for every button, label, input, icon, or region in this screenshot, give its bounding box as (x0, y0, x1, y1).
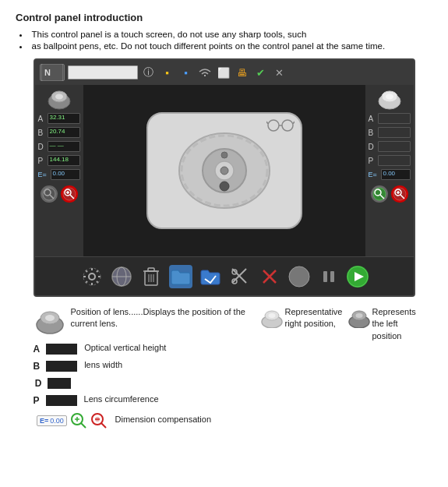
save-icon[interactable]: ▪ (178, 65, 194, 80)
svg-point-23 (220, 182, 229, 191)
intro-bullets: This control panel is a touch screen, do… (16, 30, 432, 51)
svg-line-72 (101, 423, 106, 428)
main-area: A 32.31 B 20.74 D — — P 144.18 E= 0.00 (35, 85, 414, 256)
r-a-label: A (369, 115, 376, 123)
svg-rect-43 (148, 268, 154, 271)
legend-dim-icons: E= 0.00 (34, 412, 111, 429)
svg-point-60 (45, 315, 55, 321)
legend-a-icon: A (34, 344, 81, 355)
svg-point-63 (268, 313, 275, 318)
center-display (83, 85, 365, 256)
e-icon: E= (40, 417, 48, 425)
legend-dim-comp-row: E= 0.00 Dimension compensation (34, 411, 415, 429)
legend-right-pos-text: Representative right position, (285, 306, 343, 330)
svg-point-27 (386, 94, 393, 100)
r-p-label: P (369, 157, 376, 165)
e-value-left[interactable]: 0.00 (51, 169, 80, 180)
legend-b-text: lens width (84, 359, 414, 371)
control-panel: N ⓘ ▪ ▪ ⬜ 🖶 ✔ ✕ A 32.31 (34, 58, 415, 297)
check-icon[interactable]: ✔ (253, 65, 269, 80)
glasses-icon (266, 118, 295, 135)
tb-gear-icon[interactable] (80, 265, 104, 288)
bottom-toolbar (35, 256, 414, 295)
b-label: B (38, 129, 46, 137)
legend-lens-position: Position of lens......Displays the posit… (34, 306, 259, 342)
r-b-label: B (369, 129, 376, 137)
zoom-minus-right[interactable] (371, 185, 388, 203)
svg-point-22 (220, 167, 228, 175)
tb-close-icon[interactable] (258, 265, 281, 288)
svg-point-36 (89, 273, 95, 280)
r-b-value[interactable] (378, 127, 411, 138)
zoom-minus-left[interactable] (41, 185, 58, 203)
r-sidebar-a-row: A (369, 113, 411, 124)
legend-left-pos-text: Represents the left position (372, 306, 416, 342)
wifi-icon[interactable] (197, 65, 213, 80)
legend-p-row: P Lens circumference (34, 393, 415, 406)
legend-a-text: Optical vertical height (84, 342, 414, 354)
tb-trash-icon[interactable] (139, 265, 163, 288)
legend-d-icon: D (34, 378, 76, 389)
left-lens-icon (45, 89, 73, 111)
r-a-value[interactable] (378, 113, 411, 124)
p-value[interactable]: 144.18 (48, 155, 80, 166)
d-value[interactable]: — — (48, 141, 80, 152)
print-icon[interactable]: 🖶 (235, 65, 250, 80)
d-label: D (38, 143, 46, 151)
sidebar-d-row: D — — (38, 141, 80, 152)
e-val: 0.00 (50, 417, 64, 425)
legend-right-position: Representative right position, Represent… (259, 306, 415, 342)
e-value-right[interactable]: 0.00 (381, 169, 411, 180)
e-row-right: E= 0.00 (369, 169, 411, 180)
tb-folder-blue-icon[interactable] (169, 265, 192, 288)
a-value[interactable]: 32.31 (48, 113, 80, 124)
info-icon[interactable]: ⓘ (141, 65, 157, 80)
legend-b-row: B lens width (34, 359, 415, 372)
legend-dim-comp-text: Dimension compensation (115, 414, 415, 425)
lens-graphic (174, 128, 275, 214)
tb-gray-button[interactable] (287, 265, 311, 288)
tb-globe-icon[interactable] (110, 265, 133, 288)
r-sidebar-d-row: D (369, 141, 411, 152)
sidebar-b-row: B 20.74 (38, 127, 80, 138)
left-sidebar: A 32.31 B 20.74 D — — P 144.18 E= 0.00 (35, 85, 83, 256)
svg-text:N: N (44, 68, 51, 77)
tb-save-blue-icon[interactable] (199, 265, 222, 288)
logo: N (40, 64, 65, 81)
a-label: A (38, 115, 46, 123)
sidebar-a-row: A 32.31 (38, 113, 80, 124)
legend-b-icon: B (34, 361, 81, 372)
sidebar-p-row: P 144.18 (38, 155, 80, 166)
tb-play-icon[interactable] (347, 266, 369, 288)
r-p-value[interactable] (378, 155, 411, 166)
bullet-2: as ballpoint pens, etc. Do not touch dif… (19, 41, 432, 51)
r-d-value[interactable] (378, 141, 411, 152)
tb-scissors-icon[interactable] (228, 265, 252, 288)
e-label-left: E= (38, 171, 49, 178)
svg-rect-55 (330, 271, 334, 282)
legend-a-row: A Optical vertical height (34, 342, 415, 355)
zoom-plus-right[interactable] (391, 185, 408, 203)
settings-icon[interactable]: ✕ (272, 65, 287, 80)
bullet-1: This control panel is a touch screen, do… (19, 30, 432, 39)
right-sidebar: A B D P E= 0.00 (365, 85, 414, 256)
top-bar-input[interactable] (68, 65, 138, 79)
r-d-label: D (369, 143, 376, 151)
e-label-right: E= (369, 171, 379, 178)
page-title: Control panel introduction (16, 12, 432, 23)
zoom-plus-left[interactable] (61, 185, 78, 203)
r-sidebar-p-row: P (369, 155, 411, 166)
legend-lens-text: Position of lens......Displays the posit… (71, 306, 259, 330)
folder-icon[interactable]: ▪ (160, 65, 175, 80)
svg-line-16 (266, 122, 268, 124)
top-bar: N ⓘ ▪ ▪ ⬜ 🖶 ✔ ✕ (35, 60, 414, 85)
svg-line-17 (293, 122, 295, 124)
magnifier-red-icon (90, 412, 108, 429)
b-value[interactable]: 20.74 (48, 127, 80, 138)
legend-p-text: Lens circumference (84, 393, 415, 405)
svg-line-68 (81, 423, 86, 428)
tb-pause-icon[interactable] (317, 265, 340, 288)
e-row-left: E= 0.00 (38, 169, 80, 180)
monitor-icon[interactable]: ⬜ (216, 65, 231, 80)
legend-section: Position of lens......Displays the posit… (34, 306, 415, 429)
